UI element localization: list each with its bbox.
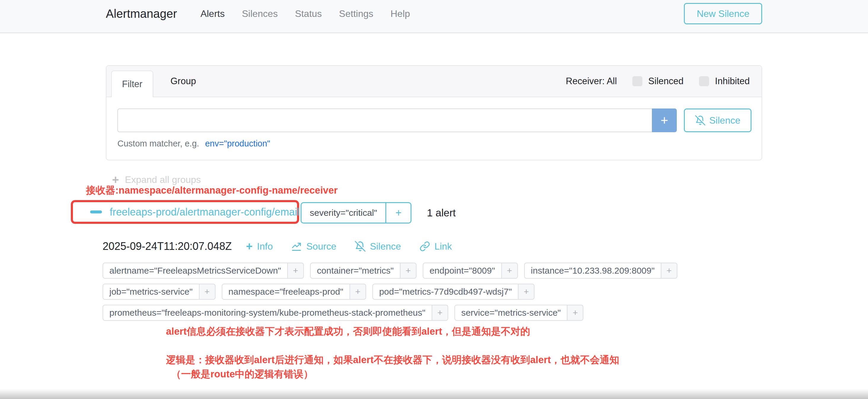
alert-header: 2025-09-24T11:20:07.048Z + Info Source bbox=[102, 240, 452, 252]
plus-icon: + bbox=[246, 241, 253, 252]
silence-link-label: Silence bbox=[370, 241, 401, 252]
label-pill: job="metrics-service" + bbox=[102, 284, 216, 300]
label-add-filter-button[interactable]: + bbox=[432, 305, 448, 321]
annotation-logic-note: 逻辑是：接收器收到alert后进行通知，如果alert不在接收器下，说明接收器没… bbox=[166, 354, 619, 367]
filter-card-body: + Silence Custom matcher, e.g. env="prod… bbox=[106, 97, 762, 149]
link-icon bbox=[420, 241, 430, 252]
label-add-filter-button[interactable]: + bbox=[288, 263, 304, 279]
label-value-button[interactable]: prometheus="freeleaps-monitoring-system/… bbox=[102, 305, 432, 321]
matcher-input[interactable] bbox=[117, 109, 652, 132]
link-link-label: Link bbox=[435, 241, 452, 252]
label-pill: namespace="freeleaps-prod" + bbox=[222, 284, 366, 300]
app-brand[interactable]: Alertmanager bbox=[106, 7, 177, 21]
navbar-inner: Alertmanager Alerts Silences Status Sett… bbox=[106, 0, 762, 27]
alert-actions: + Info Source Silence bbox=[246, 241, 452, 252]
nav-links: Alerts Silences Status Settings Help bbox=[192, 8, 418, 19]
nav-item-settings[interactable]: Settings bbox=[331, 8, 382, 19]
filter-header-controls: Receiver: All Silenced Inhibited bbox=[566, 66, 750, 97]
matcher-hint-example-link[interactable]: env="production" bbox=[205, 139, 270, 148]
silenced-checkbox[interactable]: Silenced bbox=[632, 76, 684, 87]
group-matcher-button[interactable]: severity="critical" bbox=[302, 203, 385, 223]
info-link[interactable]: + Info bbox=[246, 241, 273, 252]
inhibited-checkbox-label: Inhibited bbox=[715, 76, 750, 87]
label-row: prometheus="freeleaps-monitoring-system/… bbox=[102, 305, 764, 321]
matcher-row: + Silence bbox=[117, 109, 751, 132]
silenced-checkbox-label: Silenced bbox=[648, 76, 684, 87]
annotation-logic-note2: （一般是route中的逻辑有错误） bbox=[172, 368, 313, 381]
label-add-filter-button[interactable]: + bbox=[350, 284, 366, 300]
link-link[interactable]: Link bbox=[420, 241, 452, 252]
group-matcher-add-button[interactable]: + bbox=[386, 203, 410, 223]
label-add-filter-button[interactable]: + bbox=[661, 263, 677, 279]
label-add-filter-button[interactable]: + bbox=[567, 305, 583, 321]
label-pill: endpoint="8009" + bbox=[423, 263, 518, 279]
label-value-button[interactable]: alertname="FreeleapsMetricsServiceDown" bbox=[102, 263, 288, 279]
minus-icon bbox=[90, 211, 102, 213]
matcher-hint: Custom matcher, e.g. env="production" bbox=[117, 139, 751, 149]
label-value-button[interactable]: container="metrics" bbox=[310, 263, 401, 279]
annotation-alert-note: alert信息必须在接收器下才表示配置成功，否则即使能看到alert，但是通知是… bbox=[166, 325, 530, 338]
source-link[interactable]: Source bbox=[291, 241, 336, 252]
annotation-highlight-box: freeleaps-prod/alertmanager-config/email bbox=[71, 200, 299, 224]
expand-all-groups-label: Expand all groups bbox=[125, 174, 201, 185]
chart-line-icon bbox=[291, 241, 302, 252]
inhibited-checkbox-box bbox=[699, 76, 709, 86]
navbar: Alertmanager Alerts Silences Status Sett… bbox=[0, 0, 868, 33]
filter-card-header: Filter Group Receiver: All Silenced Inhi… bbox=[106, 66, 762, 97]
silenced-checkbox-box bbox=[632, 76, 642, 86]
label-pill: instance="10.233.98.209:8009" + bbox=[524, 263, 677, 279]
source-link-label: Source bbox=[306, 241, 336, 252]
label-add-filter-button[interactable]: + bbox=[502, 263, 518, 279]
annotation-receiver-note: 接收器:namespace/altermanager-config-name/r… bbox=[86, 184, 338, 197]
label-pill: service="metrics-service" + bbox=[455, 305, 584, 321]
matcher-hint-text: Custom matcher, e.g. bbox=[117, 139, 199, 148]
label-value-button[interactable]: pod="metrics-77d9cdb497-wdsj7" bbox=[372, 284, 519, 300]
label-value-button[interactable]: namespace="freeleaps-prod" bbox=[222, 284, 350, 300]
silence-link[interactable]: Silence bbox=[355, 241, 401, 252]
group-receiver-path: freeleaps-prod/alertmanager-config/email bbox=[110, 206, 300, 218]
label-add-filter-button[interactable]: + bbox=[199, 284, 216, 300]
bell-slash-icon bbox=[695, 115, 705, 125]
alert-labels: alertname="FreeleapsMetricsServiceDown" … bbox=[102, 263, 764, 326]
label-value-button[interactable]: instance="10.233.98.209:8009" bbox=[524, 263, 661, 279]
label-add-filter-button[interactable]: + bbox=[401, 263, 416, 279]
label-pill: alertname="FreeleapsMetricsServiceDown" … bbox=[102, 263, 304, 279]
label-pill: prometheus="freeleaps-monitoring-system/… bbox=[102, 305, 448, 321]
label-row: alertname="FreeleapsMetricsServiceDown" … bbox=[102, 263, 764, 279]
label-value-button[interactable]: job="metrics-service" bbox=[102, 284, 199, 300]
label-add-filter-button[interactable]: + bbox=[519, 284, 534, 300]
nav-item-help[interactable]: Help bbox=[382, 8, 418, 19]
nav-item-status[interactable]: Status bbox=[286, 8, 331, 19]
label-pill: pod="metrics-77d9cdb497-wdsj7" + bbox=[372, 284, 534, 300]
info-link-label: Info bbox=[257, 241, 273, 252]
alert-timestamp: 2025-09-24T11:20:07.048Z bbox=[102, 240, 232, 252]
label-pill: container="metrics" + bbox=[310, 263, 416, 279]
label-row: job="metrics-service" + namespace="freel… bbox=[102, 284, 764, 300]
alert-count: 1 alert bbox=[427, 202, 456, 223]
tab-filter[interactable]: Filter bbox=[111, 70, 153, 97]
page: Alertmanager Alerts Silences Status Sett… bbox=[0, 0, 868, 399]
label-value-button[interactable]: endpoint="8009" bbox=[423, 263, 502, 279]
filter-card: Filter Group Receiver: All Silenced Inhi… bbox=[106, 65, 762, 160]
silence-filter-button[interactable]: Silence bbox=[684, 109, 751, 132]
receiver-filter-label[interactable]: Receiver: All bbox=[566, 76, 617, 87]
nav-item-alerts[interactable]: Alerts bbox=[192, 8, 233, 19]
bottom-shadow bbox=[0, 389, 868, 399]
tab-group[interactable]: Group bbox=[161, 66, 205, 97]
label-value-button[interactable]: service="metrics-service" bbox=[455, 305, 568, 321]
inhibited-checkbox[interactable]: Inhibited bbox=[699, 76, 750, 87]
bell-slash-icon bbox=[355, 241, 366, 252]
group-matcher-buttons: severity="critical" + bbox=[301, 202, 411, 223]
add-matcher-button[interactable]: + bbox=[652, 109, 677, 132]
group-collapse-link[interactable]: freeleaps-prod/alertmanager-config/email bbox=[90, 206, 300, 218]
nav-item-silences[interactable]: Silences bbox=[233, 8, 286, 19]
silence-filter-label: Silence bbox=[709, 115, 741, 126]
new-silence-button[interactable]: New Silence bbox=[684, 3, 762, 24]
